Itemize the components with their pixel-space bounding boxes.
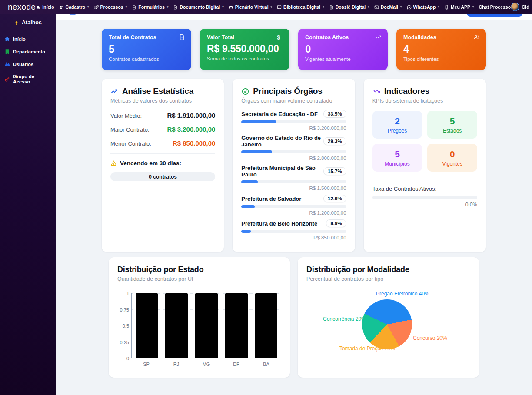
- user-plus-icon: [59, 5, 64, 10]
- chevron-down-icon: ▾: [323, 5, 324, 9]
- org-percent-badge: 29.3%: [323, 137, 346, 145]
- metric-label: Maior Contrato:: [110, 126, 150, 133]
- org-row: Secretaria de Educação - DF33.5% R$ 3.20…: [241, 110, 346, 131]
- sidebar-item-inicio[interactable]: Início: [0, 33, 56, 45]
- sidebar-item-usuarios[interactable]: Usuários: [0, 58, 56, 70]
- metric-row: Valor Médio: R$ 1.910.000,00: [110, 112, 215, 119]
- kpi-label: Pregões: [376, 128, 419, 134]
- nav-item-plenario-virtual[interactable]: Plenário Virtual ▾: [229, 4, 272, 10]
- kpi-value: 5: [431, 116, 474, 126]
- org-value: R$ 2.800.000,00: [241, 156, 346, 161]
- stat-title: Valor Total: [207, 34, 283, 40]
- plot-area: [131, 293, 281, 358]
- card-subtitle: KPIs do sistema de licitações: [372, 98, 477, 104]
- stat-value: 0: [305, 43, 381, 55]
- chevron-down-icon: ▾: [400, 5, 402, 9]
- chevron-down-icon: ▾: [167, 5, 169, 9]
- home-icon: [36, 5, 40, 10]
- sidebar-item-departamento[interactable]: Departamento: [0, 45, 56, 58]
- stat-title: Total de Contratos: [109, 34, 184, 40]
- kpi-value: 2: [376, 116, 419, 126]
- bar-ba: [255, 293, 278, 358]
- check-circle-icon: [241, 87, 249, 96]
- chart-subtitle: Percentual de contratos por tipo: [306, 276, 470, 282]
- kpi-label: Estados: [431, 128, 474, 134]
- expiring-label: Vencendo em 30 dias:: [120, 160, 181, 166]
- nav-item-cadastro[interactable]: Cadastro ▾: [59, 4, 89, 10]
- nav-item-label: Dossiê Digital: [336, 4, 366, 10]
- divider: [110, 153, 215, 154]
- stat-caption: Contratos cadastrados: [109, 56, 184, 62]
- progress-fill: [241, 150, 272, 153]
- building-icon: [4, 49, 10, 54]
- bar-sp: [136, 293, 158, 358]
- user-menu[interactable]: Cid ▾: [511, 3, 532, 11]
- kpi-pregoes: 2 Pregões: [372, 111, 422, 139]
- nav-item-whatsapp[interactable]: WhatsApp ▾: [407, 4, 439, 10]
- sidebar: Atalhos Início Departamento Usuários Gru…: [0, 14, 56, 395]
- nav-item-chat-processo[interactable]: Chat Processo: [479, 4, 511, 10]
- stat-value: 4: [403, 43, 479, 55]
- nav-item-meu-app[interactable]: Meu APP ▾: [444, 4, 474, 10]
- org-row: Prefeitura de Belo Horizonte8.9% R$ 850.…: [241, 219, 346, 240]
- pie: [362, 299, 412, 349]
- user-avatar: [511, 3, 519, 11]
- org-percent-badge: 12.6%: [323, 195, 346, 202]
- sidebar-title: Atalhos: [0, 14, 56, 33]
- main-menu: Início Cadastro ▾ Processos ▾ Formulário…: [36, 4, 511, 10]
- card-title: Análise Estatística: [122, 86, 193, 96]
- progress-track: [241, 150, 346, 153]
- org-value: R$ 1.200.000,00: [241, 210, 346, 216]
- metric-value: R$ 1.910.000,00: [167, 112, 215, 119]
- nav-item-processos[interactable]: Processos ▾: [94, 4, 127, 10]
- chevron-down-icon: ▾: [87, 5, 89, 9]
- pie-label: Tomada de Preços 20%: [339, 345, 395, 352]
- nav-item-documento-digital[interactable]: Documento Digital ▾: [173, 4, 223, 10]
- stat-value: R$ 9.550.000,00: [207, 43, 283, 55]
- card-analise-estatistica: Análise Estatística Métricas de valores …: [102, 79, 224, 252]
- org-name: Prefeitura de Belo Horizonte: [241, 220, 317, 227]
- metric-label: Valor Médio:: [110, 113, 142, 119]
- progress-fill: [241, 205, 254, 208]
- nav-item-biblioteca-digital[interactable]: Biblioteca Digital ▾: [277, 4, 324, 10]
- org-name: Prefeitura Municipal de São Paulo: [241, 165, 323, 178]
- stat-caption: Vigentes atualmente: [305, 56, 381, 62]
- nav-item-dossie-digital[interactable]: Dossiê Digital ▾: [329, 4, 369, 10]
- sidebar-item-label: Departamento: [13, 49, 45, 54]
- card-subtitle: Métricas de valores dos contratos: [110, 98, 215, 104]
- org-value: R$ 1.500.000,00: [241, 186, 346, 191]
- metric-value: R$ 3.200.000,00: [167, 126, 215, 133]
- chevron-down-icon: ▾: [126, 5, 127, 9]
- x-tick: SP: [131, 362, 161, 367]
- kpi-municipios: 5 Municípios: [372, 144, 422, 172]
- nav-item-label: Documento Digital: [180, 4, 220, 10]
- book-icon: [277, 5, 282, 10]
- dossier-icon: [329, 5, 334, 10]
- card-distribuicao-estado: Distribuição por Estado Quantidade de co…: [109, 257, 290, 378]
- sidebar-item-grupo-de-acesso[interactable]: Grupo de Acesso: [0, 70, 56, 88]
- sidebar-item-label: Usuários: [13, 62, 33, 67]
- sidebar-item-label: Grupo de Acesso: [13, 74, 51, 84]
- org-name: Governo do Estado do Rio de Janeiro: [241, 135, 323, 148]
- chart-subtitle: Quantidade de contratos por UF: [117, 276, 281, 282]
- app-logo: nexode: [8, 2, 36, 12]
- chevron-down-icon: ▾: [438, 5, 439, 9]
- divider: [372, 179, 477, 179]
- stat-cards: Total de Contratos 5 Contratos cadastrad…: [102, 29, 486, 70]
- kpi-label: Municípios: [376, 161, 419, 167]
- rate-label: Taxa de Contratos Ativos:: [372, 186, 477, 192]
- org-value: R$ 850.000,00: [241, 235, 346, 240]
- card-principais-orgaos: Principais Órgãos Órgãos com maior volum…: [233, 79, 355, 252]
- mail-icon: [374, 5, 379, 10]
- dollar-icon: $: [277, 34, 283, 40]
- nav-item-label: DocMail: [381, 4, 398, 10]
- chevron-down-icon: ▾: [368, 5, 369, 9]
- chevron-down-icon: ▾: [472, 5, 474, 9]
- pie-chart: Pregão Eletrônico 40% Concurso 20% Tomad…: [306, 285, 470, 370]
- progress-track: [241, 180, 346, 183]
- chart-title: Distribuição por Estado: [117, 265, 281, 274]
- nav-item-formularios[interactable]: Formulários ▾: [132, 4, 168, 10]
- nav-item-inicio[interactable]: Início: [36, 4, 54, 10]
- stat-title: Contratos Ativos: [305, 34, 381, 40]
- nav-item-docmail[interactable]: DocMail ▾: [374, 4, 402, 10]
